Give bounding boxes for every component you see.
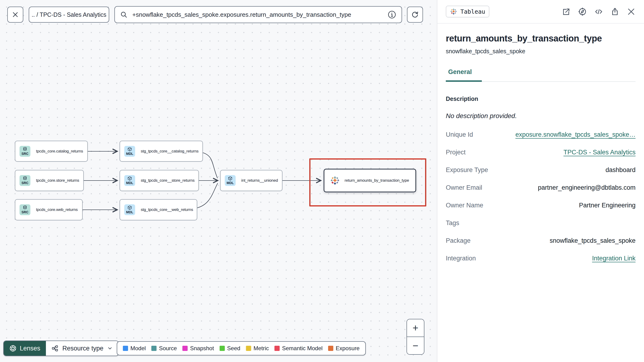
source-badge: SRC	[20, 204, 30, 215]
search-icon	[120, 11, 128, 18]
chevron-down-icon	[107, 345, 113, 351]
database-icon	[22, 176, 27, 181]
badge-label: MDL	[126, 181, 133, 185]
cube-icon	[127, 176, 132, 181]
lineage-node-stg-store-returns[interactable]: MDL stg_tpcds_core__store_returns	[120, 170, 199, 191]
node-label: return_amounts_by_transaction_type	[344, 178, 409, 183]
legend-swatch	[246, 346, 251, 351]
integration-badge-label: Tableau	[460, 8, 485, 15]
refresh-icon	[411, 11, 419, 19]
lineage-node-int-returns-unioned[interactable]: MDL int_returns__unioned	[220, 170, 282, 191]
dbt-explorer-lineage-app: SRC tpcds_core.catalog_returns SRC tpcds…	[0, 0, 644, 362]
lineage-node-exposure-return-amounts[interactable]: return_amounts_by_transaction_type	[324, 169, 416, 192]
source-badge: SRC	[20, 146, 30, 157]
legend-item-source: Source	[151, 345, 177, 352]
badge-label: MDL	[126, 211, 133, 214]
refresh-lineage-button[interactable]	[407, 7, 423, 23]
database-icon	[22, 147, 27, 151]
lenses-button[interactable]: Lenses	[4, 341, 46, 356]
model-badge: MDL	[225, 175, 236, 186]
resource-details-panel: Tableau	[437, 0, 644, 362]
project-link[interactable]: TPC-DS - Sales Analytics	[564, 149, 636, 156]
lineage-canvas[interactable]: SRC tpcds_core.catalog_returns SRC tpcds…	[0, 0, 437, 362]
panel-header-actions	[562, 7, 636, 16]
lineage-node-stg-web-returns[interactable]: MDL stg_tpcds_core__web_returns	[120, 199, 197, 220]
legend-swatch	[328, 346, 333, 351]
sitemap-icon	[52, 345, 58, 352]
detail-row-tags: Tags	[446, 219, 636, 227]
breadcrumb-label: .. / TPC-DS - Sales Analytics	[32, 11, 106, 18]
legend-item-exposure: Exposure	[328, 345, 360, 352]
cube-icon	[228, 176, 232, 181]
lineage-node-source-catalog-returns[interactable]: SRC tpcds_core.catalog_returns	[15, 141, 88, 162]
node-label: int_returns__unioned	[241, 178, 278, 183]
canvas-zoom-controls: + −	[406, 319, 424, 355]
badge-label: MDL	[227, 181, 234, 185]
node-label: tpcds_core.web_returns	[36, 207, 78, 212]
integration-link[interactable]: Integration Link	[592, 255, 636, 262]
detail-row-owner-email: Owner Email partner_engineering@dbtlabs.…	[446, 184, 636, 191]
legend-swatch	[274, 346, 280, 351]
integration-badge: Tableau	[446, 6, 489, 18]
aperture-icon	[10, 345, 16, 352]
panel-header: Tableau	[437, 0, 644, 24]
resource-package-subtitle: snowflake_tpcds_sales_spoke	[446, 48, 636, 55]
source-badge: SRC	[20, 175, 30, 186]
database-icon	[22, 205, 27, 210]
cube-icon	[127, 205, 132, 210]
zoom-out-button[interactable]: −	[407, 337, 424, 354]
lineage-search-input[interactable]	[132, 11, 383, 19]
legend-item-model: Model	[123, 345, 146, 352]
close-panel-icon[interactable]	[627, 7, 636, 16]
external-link-icon[interactable]	[562, 7, 570, 16]
legend-swatch	[182, 346, 188, 351]
lineage-search-box	[114, 6, 402, 23]
code-icon[interactable]	[594, 7, 603, 16]
model-badge: MDL	[124, 146, 135, 157]
lineage-node-source-store-returns[interactable]: SRC tpcds_core.store_returns	[15, 170, 84, 191]
detail-row-package: Package snowflake_tpcds_sales_spoke	[446, 237, 636, 244]
zoom-in-button[interactable]: +	[407, 319, 424, 337]
compass-icon[interactable]	[578, 7, 587, 16]
close-lineage-button[interactable]	[7, 7, 23, 23]
node-label: tpcds_core.store_returns	[36, 178, 79, 183]
detail-row-owner-name: Owner Name Partner Engineering	[446, 202, 636, 209]
detail-row-exposure-type: Exposure Type dashboard	[446, 166, 636, 174]
node-label: stg_tpcds_core__web_returns	[141, 207, 193, 212]
node-label: stg_tpcds_core__catalog_returns	[141, 149, 198, 154]
breadcrumb[interactable]: .. / TPC-DS - Sales Analytics	[29, 7, 109, 23]
detail-row-unique-id: Unique Id exposure.snowflake_tpcds_sales…	[446, 131, 636, 138]
legend-item-snapshot: Snapshot	[182, 345, 214, 352]
detail-row-integration: Integration Integration Link	[446, 255, 636, 262]
legend-item-metric: Metric	[246, 345, 269, 352]
badge-label: SRC	[22, 152, 28, 155]
legend-item-seed: Seed	[220, 345, 240, 352]
node-label: tpcds_core.catalog_returns	[36, 149, 83, 154]
model-badge: MDL	[124, 175, 135, 186]
resource-title: return_amounts_by_transaction_type	[446, 34, 636, 44]
model-badge: MDL	[124, 204, 135, 215]
resource-type-dropdown[interactable]: Resource type	[46, 341, 118, 356]
unique-id-link[interactable]: exposure.snowflake_tpcds_sales_spoke…	[516, 131, 636, 138]
detail-row-project: Project TPC-DS - Sales Analytics	[446, 149, 636, 156]
lineage-node-source-web-returns[interactable]: SRC tpcds_core.web_returns	[15, 199, 82, 220]
lineage-node-stg-catalog-returns[interactable]: MDL stg_tpcds_core__catalog_returns	[120, 141, 203, 162]
lenses-toolbar: Lenses Resource type	[3, 340, 119, 356]
tableau-logo-icon	[330, 175, 340, 186]
lenses-label: Lenses	[20, 345, 40, 352]
details-rows: Unique Id exposure.snowflake_tpcds_sales…	[446, 131, 636, 262]
badge-label: SRC	[22, 211, 28, 214]
node-label: stg_tpcds_core__store_returns	[141, 178, 195, 183]
panel-body: return_amounts_by_transaction_type snowf…	[437, 34, 644, 262]
description-heading: Description	[446, 95, 636, 102]
badge-label: SRC	[22, 181, 28, 185]
tab-general[interactable]: General	[446, 68, 482, 82]
share-icon[interactable]	[610, 7, 619, 16]
tableau-logo-icon	[450, 8, 457, 15]
cube-icon	[127, 147, 132, 151]
legend-swatch	[123, 346, 128, 351]
close-icon	[12, 11, 19, 18]
info-icon[interactable]	[388, 10, 396, 19]
resource-type-label: Resource type	[62, 345, 103, 352]
legend-swatch	[151, 346, 156, 351]
